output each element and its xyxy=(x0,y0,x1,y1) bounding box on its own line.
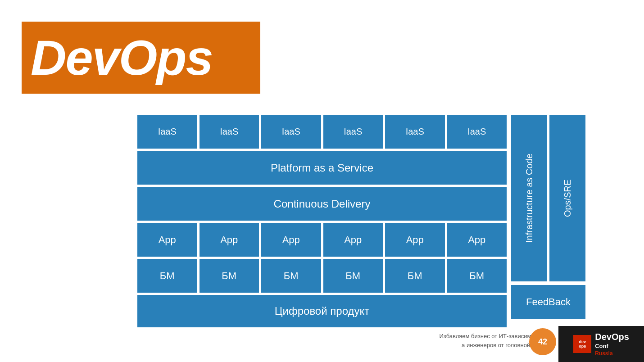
cd-row: Continuous Delivery xyxy=(137,187,507,221)
mascot-circle: 42 xyxy=(529,328,556,355)
bm-row: БМ БМ БМ БМ БМ БМ xyxy=(137,259,507,293)
iaas-cell-6: IaaS xyxy=(447,115,507,149)
iaas-cell-4: IaaS xyxy=(323,115,383,149)
app-cell-5: App xyxy=(385,223,445,257)
conf-devops: DevOps xyxy=(595,331,629,343)
conf-name-part1: DevOps xyxy=(595,332,629,342)
paas-row: Platform as a Service xyxy=(137,151,507,185)
conf-name-part2: Conf xyxy=(595,343,629,350)
app-cell-1: App xyxy=(137,223,197,257)
iaas-cell-5: IaaS xyxy=(385,115,445,149)
app-cell-6: App xyxy=(447,223,507,257)
mascot-number: 42 xyxy=(538,337,547,347)
conf-logo-box: dev ops DevOps Conf Russia xyxy=(558,326,644,362)
feedback-cell: FeedBack xyxy=(511,285,585,319)
conf-logo-text: DevOps Conf Russia xyxy=(595,331,629,357)
conf-country: Russia xyxy=(595,350,629,357)
bm-cell-4: БМ xyxy=(323,259,383,293)
right-columns: Infrastructure as Code Ops/SRE xyxy=(511,115,585,281)
app-row: App App App App App App xyxy=(137,223,507,257)
paas-cell: Platform as a Service xyxy=(137,151,507,185)
bm-cell-5: БМ xyxy=(385,259,445,293)
digital-cell: Цифровой продукт xyxy=(137,295,507,327)
ops-cell: Ops/SRE xyxy=(549,115,585,281)
bm-cell-3: БМ xyxy=(261,259,321,293)
digital-row: Цифровой продукт xyxy=(137,295,507,327)
bm-cell-6: БМ xyxy=(447,259,507,293)
main-title: DevOps xyxy=(31,33,213,82)
devops-icon: dev ops xyxy=(573,335,591,353)
title-box: DevOps xyxy=(22,22,260,94)
bm-cell-2: БМ xyxy=(200,259,259,293)
app-cell-3: App xyxy=(261,223,321,257)
bm-cell-1: БМ xyxy=(137,259,197,293)
iaas-cell-1: IaaS xyxy=(137,115,197,149)
app-cell-4: App xyxy=(323,223,383,257)
logo-bottom: ops xyxy=(579,344,586,348)
infra-cell: Infrastructure as Code xyxy=(511,115,547,281)
diagram-container: IaaS IaaS IaaS IaaS IaaS IaaS Platform a… xyxy=(137,115,507,330)
logo-top: dev xyxy=(579,339,586,344)
iaas-cell-3: IaaS xyxy=(261,115,321,149)
iaas-cell-2: IaaS xyxy=(200,115,259,149)
cd-cell: Continuous Delivery xyxy=(137,187,507,221)
app-cell-2: App xyxy=(200,223,259,257)
iaas-row: IaaS IaaS IaaS IaaS IaaS IaaS xyxy=(137,115,507,149)
